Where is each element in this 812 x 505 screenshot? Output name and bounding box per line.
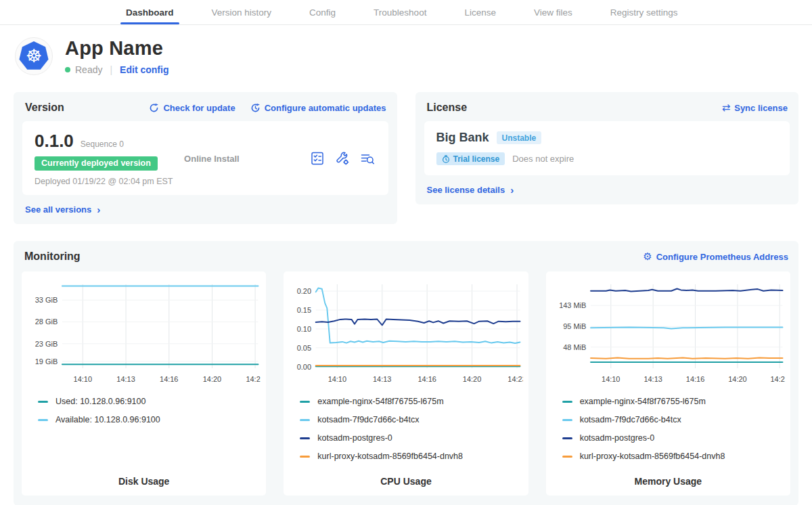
chevron-right-icon: ›	[97, 204, 100, 215]
tab-label: Dashboard	[126, 7, 174, 18]
svg-text:95 MiB: 95 MiB	[563, 322, 586, 330]
svg-text:0.00: 0.00	[297, 363, 311, 371]
schedule-icon	[250, 103, 261, 113]
cpu-usage-legend: example-nginx-54f8f76755-l675mkotsadm-7f…	[300, 397, 522, 461]
svg-text:14:13: 14:13	[116, 375, 135, 383]
svg-text:14:23: 14:23	[246, 375, 261, 383]
tab-dashboard[interactable]: Dashboard	[126, 0, 174, 24]
legend-label: kurl-proxy-kotsadm-8569fb6454-dnvh8	[317, 452, 463, 461]
sync-icon: ⇄	[722, 103, 731, 113]
app-header: ☸ App Name Ready | Edit config	[0, 25, 812, 75]
svg-text:14:10: 14:10	[74, 375, 92, 383]
sync-license-button[interactable]: ⇄ Sync license	[722, 103, 788, 113]
license-type-label: Trial license	[453, 154, 500, 164]
app-logo: ☸	[15, 37, 53, 75]
page-title: App Name	[65, 37, 168, 60]
legend-item: example-nginx-54f8f76755-l675m	[300, 397, 522, 406]
sync-license-label: Sync license	[734, 103, 788, 113]
edit-config-link[interactable]: Edit config	[120, 64, 168, 75]
configure-automatic-updates-label: Configure automatic updates	[265, 103, 386, 113]
legend-item: kurl-proxy-kotsadm-8569fb6454-dnvh8	[562, 452, 785, 461]
legend-label: kurl-proxy-kotsadm-8569fb6454-dnvh8	[580, 452, 725, 461]
tab-troubleshoot[interactable]: Troubleshoot	[374, 0, 426, 24]
legend-item: Used: 10.128.0.96:9100	[38, 397, 261, 406]
tab-label: Version history	[212, 7, 272, 18]
tab-label: Troubleshoot	[374, 7, 426, 18]
gear-icon: ⚙	[643, 252, 652, 262]
legend-label: Available: 10.128.0.96:9100	[55, 415, 160, 424]
see-all-versions-label: See all versions	[25, 204, 91, 215]
legend-item: kurl-proxy-kotsadm-8569fb6454-dnvh8	[300, 452, 522, 461]
svg-text:0.05: 0.05	[297, 344, 311, 352]
svg-text:14:13: 14:13	[644, 375, 662, 383]
install-type-label: Online Install	[184, 154, 309, 164]
configure-automatic-updates-button[interactable]: Configure automatic updates	[250, 103, 386, 113]
svg-text:28 GiB: 28 GiB	[35, 317, 58, 326]
chevron-right-icon: ›	[510, 184, 514, 196]
tab-view-files[interactable]: View files	[534, 0, 572, 24]
svg-text:0.10: 0.10	[297, 325, 311, 333]
legend-label: example-nginx-54f8f76755-l675m	[317, 397, 443, 406]
kubernetes-icon: ☸	[19, 41, 49, 71]
current-version-card: 0.1.0 Sequence 0 Currently deployed vers…	[22, 121, 388, 195]
svg-text:23 GiB: 23 GiB	[35, 340, 58, 348]
disk-usage-chart-card: 14:1014:1314:1614:2014:2333 GiB28 GiB23 …	[22, 271, 266, 496]
svg-text:143 MiB: 143 MiB	[559, 301, 586, 309]
see-all-versions-link[interactable]: See all versions ›	[25, 204, 100, 215]
app-status: Ready	[75, 64, 102, 75]
configure-prometheus-label: Configure Prometheus Address	[656, 252, 788, 262]
chart-title: CPU Usage	[289, 469, 522, 487]
legend-item: Available: 10.128.0.96:9100	[38, 415, 261, 424]
legend-color-swatch	[562, 419, 572, 421]
stopwatch-icon	[442, 155, 450, 163]
tab-label: Registry settings	[610, 7, 678, 18]
tab-version-history[interactable]: Version history	[212, 0, 272, 24]
legend-color-swatch	[562, 401, 572, 403]
deployed-version-badge: Currently deployed version	[35, 156, 158, 171]
svg-text:33 GiB: 33 GiB	[35, 296, 58, 304]
divider: |	[110, 64, 112, 75]
legend-item: kotsadm-postgres-0	[562, 433, 785, 443]
svg-text:14:20: 14:20	[203, 375, 221, 383]
tab-label: View files	[534, 7, 572, 18]
release-notes-search-icon[interactable]	[360, 151, 375, 166]
cpu-usage-chart: 14:1014:1314:1614:2014:230.200.150.100.0…	[289, 280, 522, 387]
version-sequence: Sequence 0	[81, 139, 124, 149]
memory-usage-chart: 14:1014:1314:1614:2014:23143 MiB95 MiB48…	[551, 280, 785, 387]
disk-usage-chart: 14:1014:1314:1614:2014:2333 GiB28 GiB23 …	[27, 280, 261, 387]
svg-text:14:13: 14:13	[373, 375, 391, 383]
configure-prometheus-button[interactable]: ⚙ Configure Prometheus Address	[643, 252, 788, 262]
version-section: Version Check for update Configure autom…	[14, 92, 397, 224]
svg-text:14:23: 14:23	[508, 375, 523, 383]
license-expiry: Does not expire	[512, 154, 574, 164]
legend-color-swatch	[300, 419, 310, 421]
tab-config[interactable]: Config	[309, 0, 336, 24]
tab-license[interactable]: License	[464, 0, 496, 24]
svg-text:14:23: 14:23	[770, 375, 785, 383]
chart-title: Memory Usage	[551, 469, 785, 487]
legend-color-swatch	[38, 401, 48, 403]
check-for-update-button[interactable]: Check for update	[149, 103, 235, 113]
edit-config-icon[interactable]	[335, 151, 350, 166]
legend-color-swatch	[300, 456, 310, 458]
disk-usage-legend: Used: 10.128.0.96:9100Available: 10.128.…	[38, 397, 261, 424]
svg-text:14:16: 14:16	[685, 375, 704, 383]
legend-item: kotsadm-postgres-0	[300, 433, 522, 443]
see-license-details-link[interactable]: See license details ›	[427, 184, 514, 196]
svg-text:48 MiB: 48 MiB	[563, 343, 586, 351]
tab-label: License	[464, 7, 496, 18]
legend-label: kotsadm-postgres-0	[317, 433, 392, 443]
memory-usage-chart-card: 14:1014:1314:1614:2014:23143 MiB95 MiB48…	[546, 271, 790, 496]
legend-color-swatch	[562, 437, 572, 439]
monitoring-section: Monitoring ⚙ Configure Prometheus Addres…	[14, 241, 798, 505]
deployed-date: Deployed 01/19/22 @ 02:04 pm EST	[35, 177, 184, 186]
license-customer-name: Big Bank	[436, 131, 489, 145]
legend-color-swatch	[38, 419, 48, 421]
memory-usage-legend: example-nginx-54f8f76755-l675mkotsadm-7f…	[562, 397, 785, 461]
version-number: 0.1.0	[35, 131, 74, 152]
preflight-checks-icon[interactable]	[310, 151, 325, 166]
tab-registry-settings[interactable]: Registry settings	[610, 0, 678, 24]
license-card: Big Bank Unstable Trial license Does not…	[424, 121, 790, 175]
legend-color-swatch	[300, 437, 310, 439]
legend-label: example-nginx-54f8f76755-l675m	[580, 397, 706, 406]
